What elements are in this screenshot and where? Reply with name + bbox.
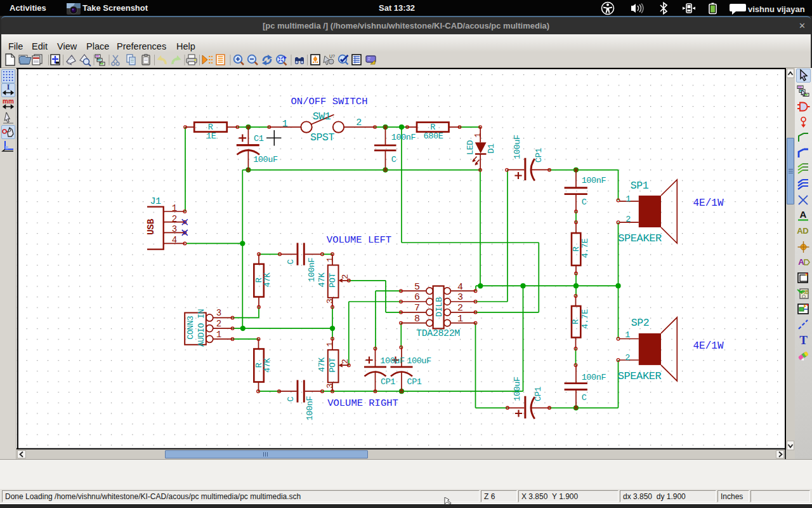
svg-text:100nF: 100nF [305,396,315,420]
svg-text:POT: POT [328,358,337,372]
svg-text:2: 2 [341,359,350,364]
svg-text:4E/1W: 4E/1W [693,197,723,209]
svg-text:SPEAKER: SPEAKER [618,370,662,382]
svg-text:3: 3 [325,384,335,389]
svg-text:C: C [582,197,587,207]
svg-text:5: 5 [414,282,420,293]
svg-text:vishnu vijayan: vishnu vijayan [748,4,805,14]
svg-text:47K: 47K [263,272,272,287]
svg-text:CP1: CP1 [381,377,395,387]
svg-text:4: 4 [457,282,463,293]
svg-text:47K: 47K [317,272,327,287]
svg-text:4: 4 [172,235,177,245]
svg-text:ON/OFF SWITCH: ON/OFF SWITCH [291,96,368,107]
svg-text:LED: LED [466,140,475,155]
svg-text:T: T [799,333,808,347]
svg-text:VOLUME RIGHT: VOLUME RIGHT [327,398,398,409]
svg-text:1: 1 [457,314,463,324]
svg-text:3: 3 [457,292,463,303]
svg-text:U?: U? [329,54,335,58]
svg-text:1: 1 [216,330,221,340]
svg-text:100nF: 100nF [582,373,606,382]
svg-text:C: C [286,259,296,264]
svg-text:7: 7 [414,303,420,314]
svg-text:USB: USB [146,218,156,235]
svg-text:C1: C1 [254,134,264,144]
svg-text:47K: 47K [317,357,327,372]
svg-text:1E: 1E [206,131,216,141]
svg-text:A: A [800,209,807,220]
svg-text:SP2: SP2 [631,317,650,329]
svg-text:8: 8 [414,314,420,324]
svg-text:1: 1 [325,342,335,347]
svg-text:I: I [7,83,10,91]
svg-text:100uF: 100uF [513,377,522,401]
svg-text:1: 1 [172,203,177,213]
svg-text:3: 3 [172,224,177,234]
svg-text:SP1: SP1 [631,180,649,192]
svg-text:R: R [208,123,213,132]
svg-text:CP1: CP1 [534,148,544,163]
svg-text:SPEAKER: SPEAKER [618,232,662,244]
svg-text:TDA2822M: TDA2822M [416,328,460,339]
svg-text:CP1: CP1 [534,387,543,401]
svg-text:C: C [391,155,396,164]
svg-text:100nF: 100nF [582,176,606,185]
svg-text:2: 2 [172,214,177,224]
svg-text:100uF: 100uF [513,135,522,159]
svg-text:4.7E: 4.7E [580,238,590,258]
svg-text:100uF: 100uF [407,356,431,366]
svg-text:D: D [802,226,808,236]
svg-text:R: R [571,319,580,324]
svg-text:C: C [582,393,587,403]
svg-text:2: 2 [457,303,463,314]
svg-text:3: 3 [216,308,221,318]
svg-text:SPST: SPST [310,131,335,144]
svg-text:6: 6 [414,292,420,303]
svg-text:R: R [572,246,581,251]
svg-text:AUDIO IN: AUDIO IN [197,309,206,347]
svg-text:4.7E: 4.7E [580,309,590,329]
svg-text:4E/1W: 4E/1W [693,340,723,352]
svg-text:100nF: 100nF [307,257,317,282]
svg-text:680E: 680E [424,131,443,141]
svg-text:A: A [798,257,804,267]
svg-text:2: 2 [341,274,350,279]
svg-text:2: 2 [216,319,221,329]
svg-text:1: 1 [325,257,335,262]
svg-text:1: 1 [625,194,631,204]
svg-text:3: 3 [325,298,335,304]
svg-text:SW1: SW1 [313,110,331,123]
svg-text:CONN3: CONN3 [186,316,195,339]
svg-text:100uF: 100uF [253,155,278,164]
svg-text:DILB: DILB [435,297,444,317]
svg-text:1: 1 [282,119,288,130]
svg-text:100nF: 100nF [391,133,416,142]
svg-text:mm: mm [3,98,14,105]
svg-text:VOLUME LEFT: VOLUME LEFT [327,234,391,246]
svg-text:R: R [430,123,435,132]
svg-text:2: 2 [356,117,362,128]
svg-text:47K: 47K [263,358,272,373]
svg-text:CP1: CP1 [407,377,421,387]
svg-text:POT: POT [328,273,337,288]
svg-text:D1: D1 [487,144,496,154]
svg-text:1: 1 [474,133,483,137]
svg-text:J1: J1 [150,196,161,207]
svg-text:2: 2 [625,353,630,363]
svg-text:C: C [286,397,296,402]
svg-text:1: 1 [625,330,630,340]
svg-text:100uF: 100uF [380,356,405,366]
svg-text:2: 2 [625,215,631,224]
